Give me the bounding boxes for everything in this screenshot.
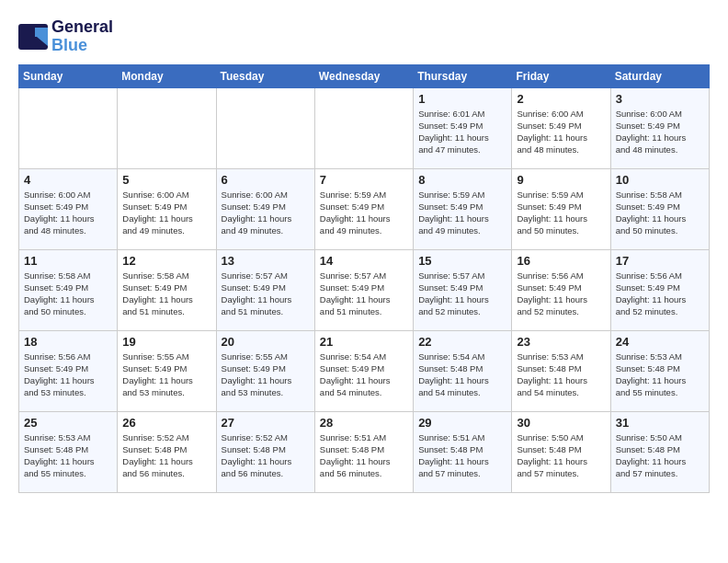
day-info: Sunrise: 5:54 AM Sunset: 5:48 PM Dayligh… <box>418 350 506 399</box>
day-number: 6 <box>222 173 310 187</box>
day-number: 14 <box>320 254 408 268</box>
day-number: 10 <box>616 173 704 187</box>
day-number: 1 <box>418 92 506 106</box>
day-info: Sunrise: 5:56 AM Sunset: 5:49 PM Dayligh… <box>517 270 605 318</box>
calendar-body: 1Sunrise: 6:01 AM Sunset: 5:49 PM Daylig… <box>19 87 710 492</box>
day-info: Sunrise: 5:55 AM Sunset: 5:49 PM Dayligh… <box>222 350 310 399</box>
calendar-cell: 13Sunrise: 5:57 AM Sunset: 5:49 PM Dayli… <box>216 249 314 330</box>
calendar-cell: 18Sunrise: 5:56 AM Sunset: 5:49 PM Dayli… <box>19 330 118 411</box>
weekday-header: Friday <box>512 64 610 87</box>
day-number: 4 <box>24 173 112 187</box>
page-header: General Blue <box>18 18 710 55</box>
day-info: Sunrise: 5:50 AM Sunset: 5:48 PM Dayligh… <box>517 431 605 480</box>
day-number: 13 <box>222 254 310 268</box>
calendar-cell <box>216 87 314 168</box>
day-info: Sunrise: 5:53 AM Sunset: 5:48 PM Dayligh… <box>616 350 704 399</box>
calendar-cell: 23Sunrise: 5:53 AM Sunset: 5:48 PM Dayli… <box>512 330 610 411</box>
day-info: Sunrise: 5:52 AM Sunset: 5:48 PM Dayligh… <box>122 431 210 480</box>
day-number: 18 <box>24 335 112 349</box>
calendar-week-row: 1Sunrise: 6:01 AM Sunset: 5:49 PM Daylig… <box>19 87 710 168</box>
day-number: 24 <box>616 335 704 349</box>
calendar-cell <box>118 87 216 168</box>
day-number: 21 <box>320 335 408 349</box>
calendar-cell: 31Sunrise: 5:50 AM Sunset: 5:48 PM Dayli… <box>610 411 709 492</box>
day-number: 17 <box>616 254 704 268</box>
day-number: 28 <box>320 416 408 430</box>
calendar-cell: 27Sunrise: 5:52 AM Sunset: 5:48 PM Dayli… <box>216 411 314 492</box>
day-info: Sunrise: 6:00 AM Sunset: 5:49 PM Dayligh… <box>222 189 310 237</box>
day-number: 2 <box>517 92 605 106</box>
day-info: Sunrise: 5:56 AM Sunset: 5:49 PM Dayligh… <box>616 270 704 318</box>
day-info: Sunrise: 6:00 AM Sunset: 5:49 PM Dayligh… <box>517 108 605 156</box>
day-info: Sunrise: 5:51 AM Sunset: 5:48 PM Dayligh… <box>320 431 408 480</box>
calendar-cell: 17Sunrise: 5:56 AM Sunset: 5:49 PM Dayli… <box>610 249 709 330</box>
calendar-cell: 5Sunrise: 6:00 AM Sunset: 5:49 PM Daylig… <box>118 168 216 249</box>
day-info: Sunrise: 5:57 AM Sunset: 5:49 PM Dayligh… <box>418 270 506 318</box>
day-info: Sunrise: 5:58 AM Sunset: 5:49 PM Dayligh… <box>24 270 112 318</box>
calendar-cell: 20Sunrise: 5:55 AM Sunset: 5:49 PM Dayli… <box>216 330 314 411</box>
day-number: 27 <box>222 416 310 430</box>
calendar-cell: 1Sunrise: 6:01 AM Sunset: 5:49 PM Daylig… <box>414 87 512 168</box>
weekday-header: Sunday <box>19 64 118 87</box>
day-number: 19 <box>122 335 210 349</box>
calendar-cell: 14Sunrise: 5:57 AM Sunset: 5:49 PM Dayli… <box>314 249 413 330</box>
day-number: 20 <box>222 335 310 349</box>
calendar-cell: 10Sunrise: 5:58 AM Sunset: 5:49 PM Dayli… <box>610 168 709 249</box>
day-info: Sunrise: 6:00 AM Sunset: 5:49 PM Dayligh… <box>122 189 210 237</box>
calendar-cell: 24Sunrise: 5:53 AM Sunset: 5:48 PM Dayli… <box>610 330 709 411</box>
weekday-header: Wednesday <box>314 64 413 87</box>
calendar-cell: 30Sunrise: 5:50 AM Sunset: 5:48 PM Dayli… <box>512 411 610 492</box>
day-info: Sunrise: 5:59 AM Sunset: 5:49 PM Dayligh… <box>418 189 506 237</box>
calendar-cell: 3Sunrise: 6:00 AM Sunset: 5:49 PM Daylig… <box>610 87 709 168</box>
day-number: 9 <box>517 173 605 187</box>
calendar-cell: 6Sunrise: 6:00 AM Sunset: 5:49 PM Daylig… <box>216 168 314 249</box>
day-info: Sunrise: 6:00 AM Sunset: 5:49 PM Dayligh… <box>616 108 704 156</box>
day-number: 29 <box>418 416 506 430</box>
day-info: Sunrise: 5:57 AM Sunset: 5:49 PM Dayligh… <box>222 270 310 318</box>
weekday-header: Thursday <box>414 64 512 87</box>
day-info: Sunrise: 5:50 AM Sunset: 5:48 PM Dayligh… <box>616 431 704 480</box>
logo: General Blue <box>18 18 113 55</box>
calendar-cell <box>314 87 413 168</box>
calendar-cell: 26Sunrise: 5:52 AM Sunset: 5:48 PM Dayli… <box>118 411 216 492</box>
day-number: 23 <box>517 335 605 349</box>
calendar-week-row: 11Sunrise: 5:58 AM Sunset: 5:49 PM Dayli… <box>19 249 710 330</box>
day-number: 31 <box>616 416 704 430</box>
day-info: Sunrise: 5:59 AM Sunset: 5:49 PM Dayligh… <box>320 189 408 237</box>
day-number: 26 <box>122 416 210 430</box>
calendar-cell: 22Sunrise: 5:54 AM Sunset: 5:48 PM Dayli… <box>414 330 512 411</box>
day-info: Sunrise: 5:54 AM Sunset: 5:49 PM Dayligh… <box>320 350 408 399</box>
weekday-header: Monday <box>118 64 216 87</box>
logo-text: General Blue <box>51 18 113 55</box>
calendar-cell: 21Sunrise: 5:54 AM Sunset: 5:49 PM Dayli… <box>314 330 413 411</box>
day-number: 12 <box>122 254 210 268</box>
day-number: 30 <box>517 416 605 430</box>
calendar-week-row: 25Sunrise: 5:53 AM Sunset: 5:48 PM Dayli… <box>19 411 710 492</box>
day-info: Sunrise: 6:01 AM Sunset: 5:49 PM Dayligh… <box>418 108 506 156</box>
day-number: 11 <box>24 254 112 268</box>
day-info: Sunrise: 6:00 AM Sunset: 5:49 PM Dayligh… <box>24 189 112 237</box>
day-info: Sunrise: 5:53 AM Sunset: 5:48 PM Dayligh… <box>517 350 605 399</box>
day-number: 7 <box>320 173 408 187</box>
day-number: 25 <box>24 416 112 430</box>
calendar-cell: 11Sunrise: 5:58 AM Sunset: 5:49 PM Dayli… <box>19 249 118 330</box>
calendar-cell: 15Sunrise: 5:57 AM Sunset: 5:49 PM Dayli… <box>414 249 512 330</box>
calendar-cell: 29Sunrise: 5:51 AM Sunset: 5:48 PM Dayli… <box>414 411 512 492</box>
day-info: Sunrise: 5:58 AM Sunset: 5:49 PM Dayligh… <box>122 270 210 318</box>
calendar-cell: 7Sunrise: 5:59 AM Sunset: 5:49 PM Daylig… <box>314 168 413 249</box>
day-info: Sunrise: 5:52 AM Sunset: 5:48 PM Dayligh… <box>222 431 310 480</box>
day-info: Sunrise: 5:57 AM Sunset: 5:49 PM Dayligh… <box>320 270 408 318</box>
calendar-week-row: 4Sunrise: 6:00 AM Sunset: 5:49 PM Daylig… <box>19 168 710 249</box>
calendar-table: SundayMondayTuesdayWednesdayThursdayFrid… <box>18 64 710 493</box>
calendar-cell <box>19 87 118 168</box>
calendar-header-row: SundayMondayTuesdayWednesdayThursdayFrid… <box>19 64 710 87</box>
calendar-cell: 16Sunrise: 5:56 AM Sunset: 5:49 PM Dayli… <box>512 249 610 330</box>
day-info: Sunrise: 5:51 AM Sunset: 5:48 PM Dayligh… <box>418 431 506 480</box>
calendar-cell: 12Sunrise: 5:58 AM Sunset: 5:49 PM Dayli… <box>118 249 216 330</box>
day-info: Sunrise: 5:53 AM Sunset: 5:48 PM Dayligh… <box>24 431 112 480</box>
weekday-header: Saturday <box>610 64 709 87</box>
calendar-cell: 4Sunrise: 6:00 AM Sunset: 5:49 PM Daylig… <box>19 168 118 249</box>
day-info: Sunrise: 5:59 AM Sunset: 5:49 PM Dayligh… <box>517 189 605 237</box>
svg-marker-1 <box>35 28 48 37</box>
day-info: Sunrise: 5:55 AM Sunset: 5:49 PM Dayligh… <box>122 350 210 399</box>
